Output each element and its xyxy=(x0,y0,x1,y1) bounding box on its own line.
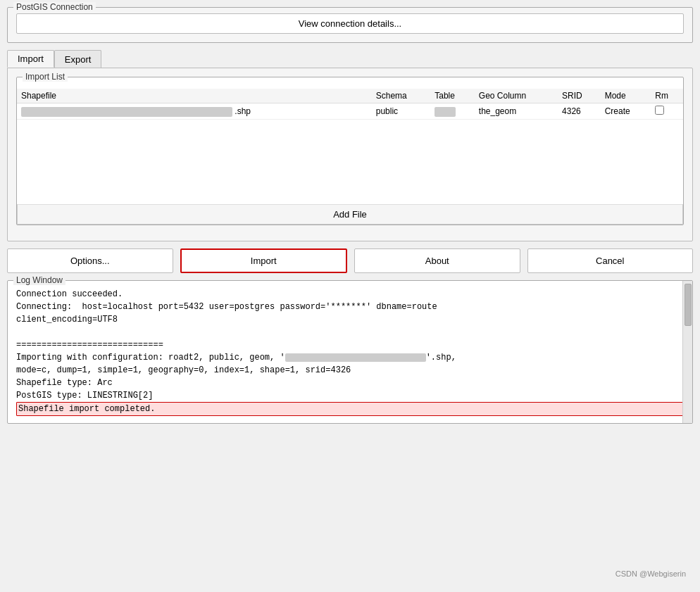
log-line-4: ============================= xyxy=(16,339,684,351)
table-row[interactable]: .shp public the_geom 4326 Create xyxy=(17,103,683,120)
cell-rm[interactable] xyxy=(651,103,683,120)
cell-mode: Create xyxy=(601,103,651,120)
log-line-7: Shapefile type: Arc xyxy=(16,377,684,389)
log-content: Connection succeeded. Connecting: host=l… xyxy=(8,281,692,423)
cell-srid: 4326 xyxy=(558,103,601,120)
add-file-button[interactable]: Add File xyxy=(17,204,683,225)
about-button[interactable]: About xyxy=(354,248,520,273)
log-line-6: mode=c, dump=1, simple=1, geography=0, i… xyxy=(16,364,684,377)
import-table-wrapper: Shapefile Schema Table Geo Column SRID M… xyxy=(17,89,683,204)
scrollbar-thumb xyxy=(685,284,692,326)
action-buttons-row: Options... Import About Cancel xyxy=(7,248,693,273)
tabs-container: Import Export Import List Shapefile Sche… xyxy=(7,50,693,241)
tab-content-import: Import List Shapefile Schema Table Geo C… xyxy=(7,68,693,241)
table-header-row: Shapefile Schema Table Geo Column SRID M… xyxy=(17,89,683,103)
col-mode: Mode xyxy=(601,89,651,103)
table-empty-area xyxy=(17,120,683,204)
log-line-2: client_encoding=UTF8 xyxy=(16,313,684,326)
view-connection-button[interactable]: View connection details... xyxy=(16,13,684,34)
log-line-0: Connection succeeded. xyxy=(16,288,684,301)
col-shapefile: Shapefile xyxy=(17,89,372,103)
cell-table xyxy=(430,103,475,120)
log-line-3 xyxy=(16,326,684,339)
cell-shapefile: .shp xyxy=(17,103,372,120)
import-list-legend: Import List xyxy=(23,72,68,82)
log-scrollbar[interactable] xyxy=(682,281,692,423)
col-schema: Schema xyxy=(372,89,430,103)
log-window-group: Log Window Connection succeeded. Connect… xyxy=(7,280,693,424)
log-line-8: PostGIS type: LINESTRING[2] xyxy=(16,389,684,402)
col-table: Table xyxy=(430,89,475,103)
tab-bar: Import Export xyxy=(7,50,693,68)
import-table: Shapefile Schema Table Geo Column SRID M… xyxy=(17,89,683,120)
col-srid: SRID xyxy=(558,89,601,103)
cancel-button[interactable]: Cancel xyxy=(527,248,694,273)
postgis-legend: PostGIS Connection xyxy=(13,2,96,12)
shapefile-blur xyxy=(21,107,232,117)
log-line-9: Shapefile import completed. xyxy=(16,402,684,416)
import-list-group: Import List Shapefile Schema Table Geo C… xyxy=(16,77,684,225)
table-blur xyxy=(435,107,456,117)
rm-checkbox[interactable] xyxy=(655,106,664,115)
log-line-1: Connecting: host=localhost port=5432 use… xyxy=(16,301,684,313)
col-rm: Rm xyxy=(651,89,683,103)
options-button[interactable]: Options... xyxy=(7,248,173,273)
postgis-connection-group: PostGIS Connection View connection detai… xyxy=(7,7,693,43)
import-button[interactable]: Import xyxy=(180,248,348,273)
log-line-5: Importing with configuration: roadt2, pu… xyxy=(16,351,684,364)
cell-schema: public xyxy=(372,103,430,120)
cell-geo-column: the_geom xyxy=(475,103,558,120)
col-geo-column: Geo Column xyxy=(475,89,558,103)
tab-export[interactable]: Export xyxy=(54,50,102,68)
tab-import[interactable]: Import xyxy=(7,50,54,68)
shapefile-ext: .shp xyxy=(235,106,251,116)
